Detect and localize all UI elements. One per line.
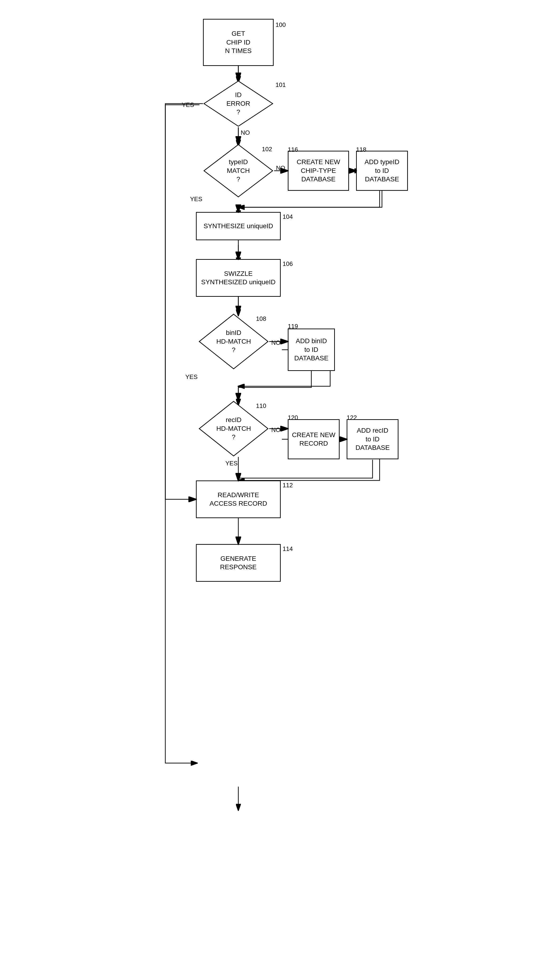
node-118: ADD typeIDto IDDATABASE <box>356 151 408 191</box>
no-label-102: NO <box>276 164 285 172</box>
no-label-110: NO <box>271 426 280 434</box>
ref-116: 116 <box>288 146 298 153</box>
node-112: READ/WRITEACCESS RECORD <box>196 480 281 518</box>
node-100: GETCHIP IDN TIMES <box>203 19 274 66</box>
yes-label-101: YES <box>182 101 194 108</box>
node-106: SWIZZLESYNTHESIZED uniqueID <box>196 259 281 297</box>
ref-114: 114 <box>283 545 293 552</box>
node-122: ADD recIDto IDDATABASE <box>347 419 398 459</box>
node-101: IDERROR? <box>203 80 274 127</box>
ref-108: 108 <box>256 315 266 323</box>
node-119: ADD binIDto IDDATABASE <box>288 329 335 371</box>
ref-122: 122 <box>347 414 357 422</box>
ref-112: 112 <box>283 482 293 489</box>
yes-label-110: YES <box>225 460 238 467</box>
yes-label-102: YES <box>190 196 202 203</box>
ref-120: 120 <box>288 414 298 422</box>
no-label-108: NO <box>271 339 280 347</box>
node-114: GENERATERESPONSE <box>196 544 281 582</box>
node-120: CREATE NEWRECORD <box>288 419 340 459</box>
ref-104: 104 <box>283 213 293 220</box>
ref-106: 106 <box>283 260 293 267</box>
node-116: CREATE NEWCHIP-TYPEDATABASE <box>288 151 349 191</box>
ref-118: 118 <box>356 146 366 153</box>
ref-102: 102 <box>262 146 272 153</box>
ref-101: 101 <box>275 81 286 89</box>
yes-label-108: YES <box>185 373 197 380</box>
no-label-101: NO <box>241 129 250 136</box>
ref-110: 110 <box>256 402 266 410</box>
ref-100: 100 <box>275 21 286 29</box>
node-104: SYNTHESIZE uniqueID <box>196 212 281 240</box>
ref-119: 119 <box>288 323 298 330</box>
flowchart-diagram: GETCHIP IDN TIMES 100 IDERROR? 101 YES N… <box>146 10 406 970</box>
